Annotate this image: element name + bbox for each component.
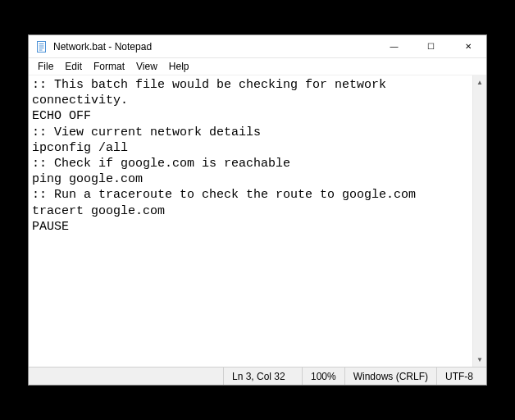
text-editor[interactable]: :: This batch file would be checking for… <box>29 75 472 367</box>
notepad-window: Network.bat - Notepad — ☐ ✕ File Edit Fo… <box>28 34 487 386</box>
menubar: File Edit Format View Help <box>29 58 486 75</box>
status-position: Ln 3, Col 32 <box>223 368 302 385</box>
statusbar: Ln 3, Col 32 100% Windows (CRLF) UTF-8 <box>29 367 486 385</box>
status-line-ending: Windows (CRLF) <box>344 368 436 385</box>
menu-view[interactable]: View <box>130 60 163 73</box>
menu-file[interactable]: File <box>32 60 59 73</box>
editor-wrap: :: This batch file would be checking for… <box>29 75 486 367</box>
maximize-button[interactable]: ☐ <box>412 35 449 58</box>
notepad-icon <box>35 40 48 53</box>
scroll-up-arrow[interactable]: ▲ <box>473 75 486 89</box>
status-zoom: 100% <box>302 368 344 385</box>
status-encoding: UTF-8 <box>436 368 486 385</box>
maximize-icon: ☐ <box>427 42 435 51</box>
close-icon: ✕ <box>465 42 472 51</box>
svg-rect-0 <box>38 41 46 52</box>
close-button[interactable]: ✕ <box>449 35 486 58</box>
window-title: Network.bat - Notepad <box>53 41 152 52</box>
menu-help[interactable]: Help <box>163 60 195 73</box>
menu-edit[interactable]: Edit <box>59 60 88 73</box>
minimize-icon: — <box>390 42 399 51</box>
titlebar[interactable]: Network.bat - Notepad — ☐ ✕ <box>29 35 486 58</box>
scroll-down-arrow[interactable]: ▼ <box>473 353 486 367</box>
menu-format[interactable]: Format <box>88 60 130 73</box>
vertical-scrollbar[interactable]: ▲ ▼ <box>472 75 486 367</box>
minimize-button[interactable]: — <box>376 35 412 58</box>
